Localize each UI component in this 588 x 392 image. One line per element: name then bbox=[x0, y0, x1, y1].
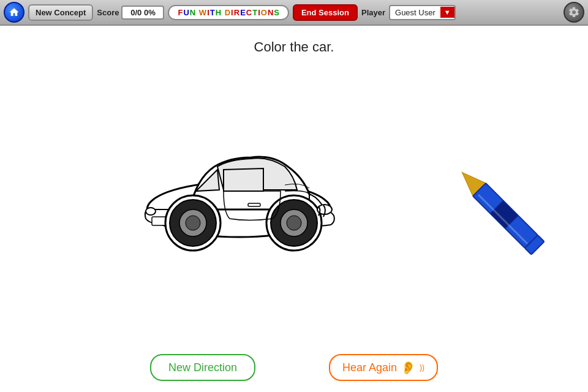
dropdown-arrow-icon: ▼ bbox=[440, 7, 454, 18]
bottom-buttons: New Direction Hear Again 👂 )) bbox=[0, 354, 588, 381]
header: New Concept Score 0/0 0% FUN WITH DIRECT… bbox=[0, 0, 588, 26]
hear-again-label: Hear Again bbox=[342, 361, 397, 374]
crayon-image bbox=[453, 148, 557, 283]
new-direction-button[interactable]: New Direction bbox=[150, 354, 255, 381]
fun-with-directions-label[interactable]: FUN WITH DIRECTIONS bbox=[168, 5, 288, 20]
svg-point-5 bbox=[287, 216, 301, 230]
crayon-svg bbox=[453, 148, 557, 283]
instruction-text: Color the car. bbox=[0, 26, 588, 55]
new-concept-button[interactable]: New Concept bbox=[28, 4, 93, 21]
svg-point-9 bbox=[186, 216, 200, 230]
score-value: 0/0 0% bbox=[121, 6, 164, 20]
home-button[interactable] bbox=[4, 2, 24, 23]
end-session-button[interactable]: End Session bbox=[293, 4, 358, 21]
user-dropdown[interactable]: Guest User ▼ bbox=[389, 5, 456, 20]
main-content: Color the car. bbox=[0, 26, 588, 392]
home-icon bbox=[9, 7, 20, 18]
car-image bbox=[123, 75, 355, 271]
ear-icon: 👂 bbox=[401, 360, 416, 375]
sound-waves-icon: )) bbox=[420, 364, 424, 371]
user-name: Guest User bbox=[390, 6, 440, 19]
score-label: Score bbox=[97, 8, 119, 17]
settings-icon bbox=[568, 6, 580, 18]
settings-button[interactable] bbox=[564, 2, 584, 23]
car-svg bbox=[129, 87, 349, 258]
score-area: Score 0/0 0% bbox=[97, 6, 164, 20]
player-label: Player bbox=[361, 8, 385, 17]
svg-point-11 bbox=[146, 208, 156, 215]
hear-again-button[interactable]: Hear Again 👂 )) bbox=[329, 354, 438, 381]
